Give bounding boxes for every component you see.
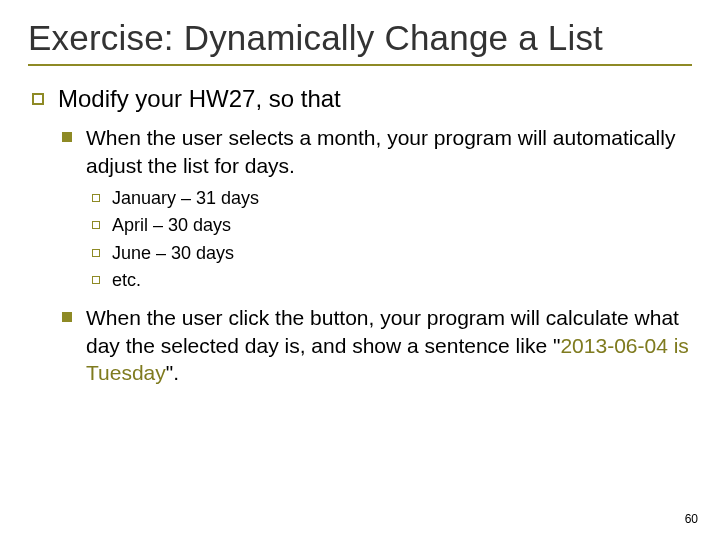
list-item-text: June – 30 days <box>112 243 234 263</box>
slide-title: Exercise: Dynamically Change a List <box>28 18 692 58</box>
list-item: When the user click the button, your pro… <box>58 304 692 386</box>
list-item: etc. <box>86 269 692 292</box>
list-item-text: When the user selects a month, your prog… <box>86 126 675 176</box>
bullet-list-level-3: January – 31 days April – 30 days June –… <box>86 187 692 293</box>
list-item: January – 31 days <box>86 187 692 210</box>
list-item-text: April – 30 days <box>112 215 231 235</box>
list-item: April – 30 days <box>86 214 692 237</box>
list-item-text: January – 31 days <box>112 188 259 208</box>
bullet-list-level-2: When the user selects a month, your prog… <box>58 124 692 386</box>
page-number: 60 <box>685 512 698 526</box>
list-item: Modify your HW27, so that When the user … <box>28 84 692 386</box>
list-item-text: Modify your HW27, so that <box>58 85 341 112</box>
content-area: Modify your HW27, so that When the user … <box>28 84 692 386</box>
title-underline <box>28 64 692 66</box>
list-item: June – 30 days <box>86 242 692 265</box>
bullet-list-level-1: Modify your HW27, so that When the user … <box>28 84 692 386</box>
list-item-text: etc. <box>112 270 141 290</box>
list-item: When the user selects a month, your prog… <box>58 124 692 292</box>
slide: Exercise: Dynamically Change a List Modi… <box>0 0 720 540</box>
list-item-text-suffix: ". <box>166 361 179 384</box>
